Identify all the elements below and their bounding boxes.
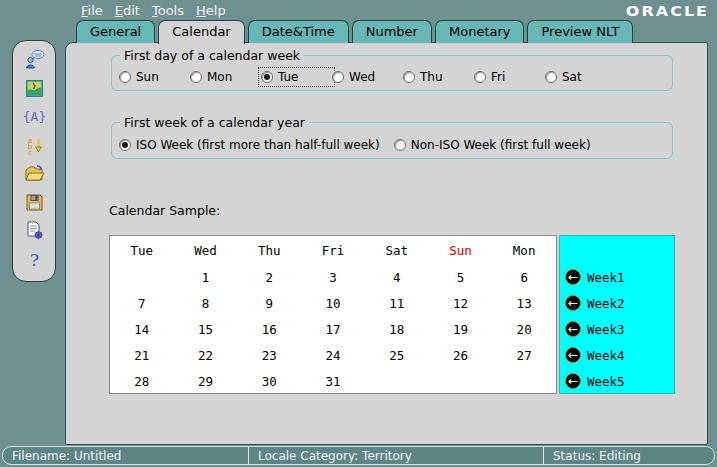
calendar-day-1: 1 [174,264,238,290]
calendar-day-3: 3 [301,264,365,290]
calendar-header-thu: Thu [237,236,301,264]
calendar-day-14: 14 [110,316,174,342]
linguistic-sort-icon: abc [24,135,45,159]
generate-button[interactable] [23,221,45,243]
radio-circle[interactable] [119,139,131,151]
menu-item-help[interactable]: Help [196,3,226,18]
radio-circle[interactable] [119,71,131,83]
menu-item-edit[interactable]: Edit [115,3,140,18]
status-editing: Status: Editing [543,447,714,464]
calendar-day-7: 7 [110,290,174,316]
menu-item-tools[interactable]: Tools [152,3,184,18]
status-locale-category: Locale Category: Territory [248,447,543,464]
week-row-week5: ←Week5 [560,368,674,394]
calendar-header-mon: Mon [492,236,556,264]
radio-label: Wed [349,70,375,84]
week-label: Week4 [587,348,625,363]
week-arrow-button[interactable]: ← [565,373,581,389]
radio-label: Non-ISO Week (first full week) [411,138,591,152]
calendar-day-4: 4 [365,264,429,290]
radio-label: Tue [278,70,299,84]
week-arrow-button[interactable]: ← [565,347,581,363]
first-week-radio-non[interactable]: Non-ISO Week (first full week) [394,138,591,152]
calendar-sample-table: TueWedThuFriSatSunMon1234567891011121314… [109,235,557,394]
calendar-day-12: 12 [429,290,493,316]
calendar-day-18: 18 [365,316,429,342]
first-week-radio-iso[interactable]: ISO Week (first more than half-full week… [119,138,380,152]
tab-calendar[interactable]: Calendar [158,20,244,44]
calendar-day-22: 22 [174,342,238,368]
first-day-radio-row: SunMonTueWedThuFriSat [119,70,668,84]
first-day-radio-thu[interactable]: Thu [403,70,474,84]
radio-label: Sat [562,70,582,84]
radio-circle[interactable] [394,139,406,151]
calendar-day-2: 2 [237,264,301,290]
tab-preview-nlt[interactable]: Preview NLT [527,20,633,43]
radio-label: Thu [420,70,443,84]
calendar-day-26: 26 [429,342,493,368]
radio-circle[interactable] [261,71,273,83]
user-comment-button[interactable] [23,50,45,72]
map-icon [24,78,45,102]
calendar-header-wed: Wed [174,236,238,264]
calendar-header-sat: Sat [365,236,429,264]
save-button[interactable] [23,193,45,215]
calendar-day-15: 15 [174,316,238,342]
side-toolbar: {A}abc? [12,40,56,282]
radio-circle[interactable] [403,71,415,83]
tab-bar: GeneralCalendarDate&TimeNumberMonetaryPr… [76,20,636,43]
save-icon [24,192,45,216]
radio-circle[interactable] [190,71,202,83]
week-arrow-button[interactable]: ← [565,321,581,337]
first-day-groupbox: First day of a calendar week SunMonTueWe… [111,55,673,91]
menu-item-file[interactable]: File [81,3,103,18]
radio-label: Mon [207,70,232,84]
tab-monetary[interactable]: Monetary [435,20,525,43]
generate-icon [24,220,45,244]
calendar-day-31: 31 [301,368,365,394]
week-row-week1: ←Week1 [560,264,674,290]
first-week-radio-row: ISO Week (first more than half-full week… [119,138,668,152]
week-label: Week1 [587,270,625,285]
radio-circle[interactable] [332,71,344,83]
first-day-radio-tue[interactable]: Tue [261,70,332,84]
calendar-day-8: 8 [174,290,238,316]
week-arrow-button[interactable]: ← [565,269,581,285]
tab-number[interactable]: Number [352,20,432,43]
week-panel: ←Week1←Week2←Week3←Week4←Week5 [559,235,675,394]
calendar-day-6: 6 [492,264,556,290]
help-button[interactable]: ? [23,250,45,272]
calendar-day-29: 29 [174,368,238,394]
open-folder-icon [24,163,45,187]
menubar-items: FileEditToolsHelp [81,3,226,18]
first-day-radio-mon[interactable]: Mon [190,70,261,84]
map-button[interactable] [23,79,45,101]
open-folder-button[interactable] [23,164,45,186]
week-row-week2: ←Week2 [560,290,674,316]
tab-date-time[interactable]: Date&Time [248,20,349,43]
calendar-day-empty [110,264,174,290]
week-row-week4: ←Week4 [560,342,674,368]
radio-label: ISO Week (first more than half-full week… [136,138,380,152]
charset-icon: {A} [24,106,45,130]
first-day-radio-sat[interactable]: Sat [545,70,616,84]
first-day-radio-fri[interactable]: Fri [474,70,545,84]
radio-circle[interactable] [474,71,486,83]
radio-circle[interactable] [545,71,557,83]
tab-general[interactable]: General [76,20,155,43]
week-arrow-button[interactable]: ← [565,295,581,311]
charset-button[interactable]: {A} [23,107,45,129]
status-bar: Filename: Untitled Locale Category: Terr… [2,446,715,465]
menubar: FileEditToolsHelp [0,0,717,20]
linguistic-sort-button[interactable]: abc [23,136,45,158]
calendar-day-empty [429,368,493,394]
svg-text:?: ? [29,250,38,270]
calendar-day-24: 24 [301,342,365,368]
svg-text:c: c [27,148,31,156]
calendar-day-13: 13 [492,290,556,316]
first-day-radio-sun[interactable]: Sun [119,70,190,84]
week-row-week3: ←Week3 [560,316,674,342]
calendar-tab-panel: First day of a calendar week SunMonTueWe… [65,42,708,445]
first-day-radio-wed[interactable]: Wed [332,70,403,84]
calendar-day-9: 9 [237,290,301,316]
